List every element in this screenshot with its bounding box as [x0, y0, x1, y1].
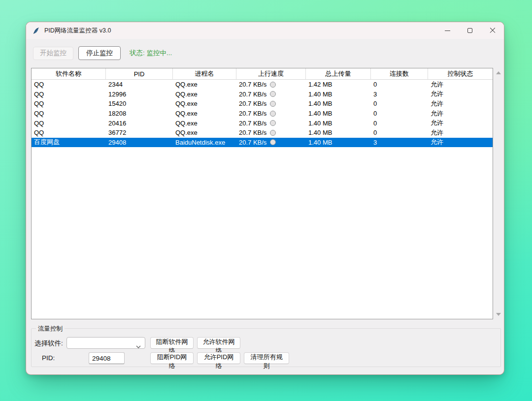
scroll-down-icon[interactable] — [496, 313, 501, 316]
speed-indicator-icon — [270, 130, 276, 136]
cell-upload-speed: 20.7 KB/s — [236, 81, 306, 88]
pid-label: PID: — [42, 354, 55, 362]
cell-total-upload: 1.40 MB — [306, 129, 371, 136]
column-header-upload-speed[interactable]: 上行速度 — [236, 68, 306, 79]
vertical-scrollbar[interactable] — [494, 68, 502, 319]
desktop-background: PID网络流量监控器 v3.0 开始监控 停止监控 状态: 监控中... 软件名… — [0, 0, 532, 401]
table-row[interactable]: 百度网盘 29408 BaiduNetdisk.exe 20.7 KB/s 1.… — [32, 138, 493, 148]
block-software-button[interactable]: 阻断软件网络 — [150, 337, 194, 349]
cell-upload-speed: 20.7 KB/s — [236, 100, 306, 107]
cell-pid: 20416 — [106, 120, 173, 127]
cell-upload-speed: 20.7 KB/s — [236, 110, 306, 117]
cell-process-name: QQ.exe — [173, 91, 236, 98]
minimize-icon — [445, 31, 450, 31]
cell-control-status: 允许 — [428, 138, 493, 147]
cell-software-name: QQ — [32, 81, 106, 88]
minimize-button[interactable] — [436, 22, 459, 39]
cell-software-name: QQ — [32, 91, 106, 98]
cell-upload-speed: 20.7 KB/s — [236, 139, 306, 146]
cell-control-status: 允许 — [428, 80, 493, 89]
traffic-control-group-title: 流量控制 — [36, 325, 65, 333]
toolbar: 开始监控 停止监控 状态: 监控中... — [31, 46, 499, 61]
table-body: QQ 2344 QQ.exe 20.7 KB/s 1.42 MB 0 允许 QQ… — [32, 80, 493, 319]
traffic-control-group: 流量控制 选择软件: 阻断软件网络 允许软件网络 PID: 阻断PID网络 允许… — [31, 328, 501, 367]
window-title: PID网络流量监控器 v3.0 — [44, 27, 111, 35]
title-bar[interactable]: PID网络流量监控器 v3.0 — [26, 22, 504, 39]
column-header-total-upload[interactable]: 总上传量 — [306, 68, 371, 79]
maximize-icon — [467, 28, 472, 33]
cell-connections: 0 — [371, 81, 428, 88]
process-table: 软件名称 PID 进程名 上行速度 总上传量 连接数 控制状态 QQ 2344 … — [31, 68, 493, 319]
table-row[interactable]: QQ 2344 QQ.exe 20.7 KB/s 1.42 MB 0 允许 — [32, 80, 493, 90]
close-icon — [490, 28, 496, 33]
pid-input[interactable] — [89, 352, 125, 364]
cell-process-name: QQ.exe — [173, 110, 236, 117]
speed-indicator-icon — [270, 82, 276, 88]
table-header: 软件名称 PID 进程名 上行速度 总上传量 连接数 控制状态 — [32, 68, 493, 80]
cell-total-upload: 1.42 MB — [306, 81, 371, 88]
cell-upload-speed: 20.7 KB/s — [236, 91, 306, 98]
cell-software-name: QQ — [32, 129, 106, 136]
cell-software-name: 百度网盘 — [32, 138, 106, 147]
column-header-software-name[interactable]: 软件名称 — [32, 68, 106, 79]
cell-software-name: QQ — [32, 100, 106, 107]
cell-connections: 3 — [371, 91, 428, 98]
cell-control-status: 允许 — [428, 99, 493, 108]
cell-pid: 2344 — [106, 81, 173, 88]
column-header-pid[interactable]: PID — [106, 68, 173, 79]
cell-upload-speed: 20.7 KB/s — [236, 120, 306, 127]
cell-control-status: 允许 — [428, 109, 493, 118]
close-button[interactable] — [481, 22, 504, 39]
status-text: 状态: 监控中... — [130, 49, 172, 58]
cell-pid: 29408 — [106, 139, 173, 146]
table-row[interactable]: QQ 18208 QQ.exe 20.7 KB/s 1.40 MB 0 允许 — [32, 109, 493, 119]
cell-total-upload: 1.40 MB — [306, 91, 371, 98]
start-monitor-button[interactable]: 开始监控 — [33, 47, 73, 60]
cell-software-name: QQ — [32, 110, 106, 117]
table-row[interactable]: QQ 12996 QQ.exe 20.7 KB/s 1.40 MB 3 允许 — [32, 90, 493, 99]
speed-indicator-icon — [270, 101, 276, 107]
cell-connections: 0 — [371, 129, 428, 136]
software-select[interactable] — [66, 337, 145, 349]
stop-monitor-button[interactable]: 停止监控 — [78, 46, 121, 60]
cell-pid: 18208 — [106, 110, 173, 117]
table-row[interactable]: QQ 15420 QQ.exe 20.7 KB/s 1.40 MB 0 允许 — [32, 99, 493, 109]
cell-control-status: 允许 — [428, 119, 493, 127]
cell-pid: 12996 — [106, 91, 173, 98]
column-header-process-name[interactable]: 进程名 — [173, 68, 236, 79]
speed-indicator-icon — [270, 91, 276, 97]
cell-pid: 15420 — [106, 100, 173, 107]
allow-software-button[interactable]: 允许软件网络 — [197, 337, 240, 349]
cell-process-name: QQ.exe — [173, 129, 236, 136]
cell-connections: 3 — [371, 139, 428, 146]
speed-indicator-icon — [270, 139, 276, 145]
cell-upload-speed: 20.7 KB/s — [236, 129, 306, 136]
cell-software-name: QQ — [32, 120, 106, 127]
cell-connections: 0 — [371, 120, 428, 127]
column-header-connections[interactable]: 连接数 — [371, 68, 428, 79]
cell-total-upload: 1.40 MB — [306, 100, 371, 107]
cell-total-upload: 1.40 MB — [306, 120, 371, 127]
window-controls — [436, 22, 504, 39]
maximize-button[interactable] — [459, 22, 481, 39]
select-software-label: 选择软件: — [34, 339, 63, 348]
cell-total-upload: 1.40 MB — [306, 110, 371, 117]
cell-process-name: QQ.exe — [173, 100, 236, 107]
table-row[interactable]: QQ 36772 QQ.exe 20.7 KB/s 1.40 MB 0 允许 — [32, 128, 493, 138]
clear-rules-button[interactable]: 清理所有规则 — [244, 352, 289, 364]
scroll-up-icon[interactable] — [496, 71, 501, 74]
column-header-control-status[interactable]: 控制状态 — [428, 68, 493, 79]
cell-process-name: QQ.exe — [173, 120, 236, 127]
table-row[interactable]: QQ 20416 QQ.exe 20.7 KB/s 1.40 MB 0 允许 — [32, 118, 493, 128]
cell-connections: 0 — [371, 100, 428, 107]
cell-process-name: BaiduNetdisk.exe — [173, 139, 236, 146]
cell-process-name: QQ.exe — [173, 81, 236, 88]
cell-pid: 36772 — [106, 129, 173, 136]
chevron-down-icon — [136, 341, 141, 344]
cell-control-status: 允许 — [428, 90, 493, 98]
block-pid-button[interactable]: 阻断PID网络 — [150, 352, 194, 364]
allow-pid-button[interactable]: 允许PID网络 — [197, 352, 240, 364]
cell-connections: 0 — [371, 110, 428, 117]
speed-indicator-icon — [270, 120, 276, 126]
app-window: PID网络流量监控器 v3.0 开始监控 停止监控 状态: 监控中... 软件名… — [26, 22, 504, 375]
